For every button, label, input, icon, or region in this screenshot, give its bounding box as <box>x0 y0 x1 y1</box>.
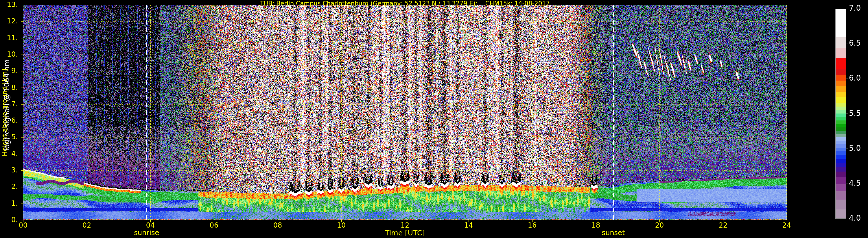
x-tick-label: 12 <box>393 221 416 229</box>
x-tick-label: 18 <box>584 221 608 229</box>
x-tick-label: 20 <box>648 221 671 229</box>
colorbar-label: log(rc-signal) @ 1064 nm <box>0 0 13 210</box>
x-tick-label: 08 <box>266 221 289 229</box>
heatmap-canvas <box>0 0 868 238</box>
colorbar-tick-label: 6.5 <box>849 39 868 47</box>
x-tick-label: 06 <box>203 221 226 229</box>
chart-title: TUB: Berlin Campus Charlottenburg (Germa… <box>23 0 787 7</box>
x-tick-label: 14 <box>457 221 480 229</box>
colorbar-tick-label: 4.0 <box>849 214 868 222</box>
x-tick-label: 24 <box>775 221 798 229</box>
ceilometer-quicklook-figure: 0002040608101214161820222413.12.11.10.9.… <box>0 0 868 238</box>
sunrise-label: sunrise <box>124 229 170 237</box>
colorbar-tick-label: 4.5 <box>849 179 868 187</box>
colorbar-tick-label: 6.0 <box>849 74 868 82</box>
x-tick-label: 16 <box>521 221 544 229</box>
colorbar-tick-label: 7.0 <box>849 4 868 12</box>
x-tick-label: 02 <box>75 221 98 229</box>
sunset-label: sunset <box>590 229 637 237</box>
colorbar-tick-label: 5.5 <box>849 109 868 117</box>
colorbar-tick-label: 5.0 <box>849 144 868 152</box>
x-tick-label: 10 <box>330 221 353 229</box>
x-tick-label: 04 <box>139 221 162 229</box>
x-tick-label: 22 <box>712 221 735 229</box>
